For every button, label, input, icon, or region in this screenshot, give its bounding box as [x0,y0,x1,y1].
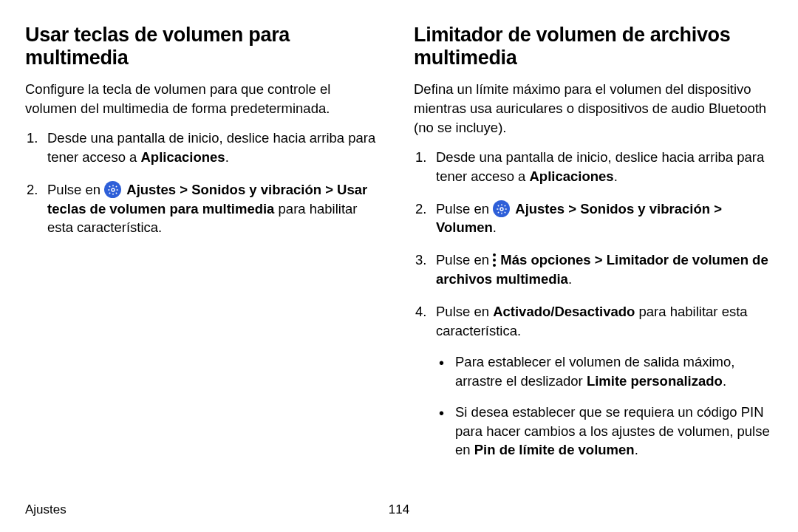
sep: > [176,182,191,197]
text: Pulse en [436,252,493,267]
left-steps-list: Desde una pantalla de inicio, deslice ha… [25,129,384,237]
left-heading: Usar teclas de volumen para multimedia [25,24,384,69]
left-step-2: Pulse en Ajustes > Sonidos y vibración >… [25,180,384,238]
footer-page-number: 114 [389,502,409,517]
right-lead-paragraph: Defina un límite máximo para el volumen … [414,80,773,137]
sep: > [321,182,337,197]
sep: > [565,201,580,216]
apps-label: Aplicaciones [530,168,614,184]
svg-point-0 [112,188,115,191]
right-step-1: Desde una pantalla de inicio, deslice ha… [414,148,773,186]
text: . [568,271,572,287]
footer-section-name: Ajustes [25,502,66,517]
text: Pulse en [47,182,104,197]
right-column: Limitador de volumen de archivos multime… [414,24,773,495]
settings-label: Ajustes [126,182,176,197]
left-column: Usar teclas de volumen para multimedia C… [25,24,384,495]
text: . [723,373,726,389]
right-sub-list: Para establecer el volumen de salida máx… [436,352,773,460]
manual-page: Usar teclas de volumen para multimedia C… [0,0,798,532]
two-column-layout: Usar teclas de volumen para multimedia C… [25,24,773,495]
text: Pulse en [436,304,493,319]
text: . [614,168,618,184]
more-options-label: Más opciones [500,252,590,267]
right-step-3: Pulse en Más opciones > Limitador de vol… [414,250,773,289]
sep: > [591,252,607,267]
right-step-4: Pulse en Activado/Desactivado para habil… [414,302,773,460]
text: . [635,442,638,457]
text: Pulse en [436,201,493,216]
text: . [225,149,229,165]
custom-limit-label: Limite personalizado [587,373,723,389]
pin-label: Pin de límite de volumen [474,442,635,457]
left-step-1: Desde una pantalla de inicio, deslice ha… [25,129,384,167]
onoff-label: Activado/Desactivado [493,304,635,319]
text: . [493,219,497,235]
sounds-label: Sonidos y vibración [580,201,710,216]
right-sub-1: Para establecer el volumen de salida máx… [436,352,773,391]
svg-point-1 [500,208,503,211]
page-footer: Ajustes 114 [25,499,773,517]
right-heading: Limitador de volumen de archivos multime… [414,24,773,69]
right-step-2: Pulse en Ajustes > Sonidos y vibración >… [414,200,773,238]
right-sub-2: Si desea establecer que se requiera un c… [436,403,773,460]
settings-label: Ajustes [515,201,565,216]
sounds-label: Sonidos y vibración [191,182,321,197]
left-lead-paragraph: Configure la tecla de volumen para que c… [25,80,384,118]
settings-icon [493,200,510,217]
volume-label: Volumen [436,219,493,235]
sep: > [710,201,722,216]
apps-label: Aplicaciones [141,149,225,165]
right-steps-list: Desde una pantalla de inicio, deslice ha… [414,148,773,460]
settings-icon [104,181,121,198]
more-options-icon [493,253,496,267]
